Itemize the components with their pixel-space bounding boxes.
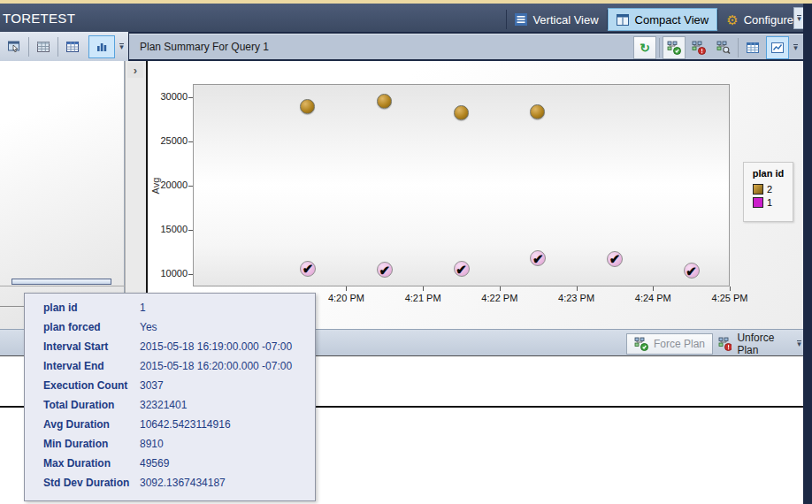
- query-plan-window-button[interactable]: [3, 35, 26, 58]
- horizontal-scrollbar-thumb[interactable]: [11, 279, 111, 285]
- left-toolbar: ▾: [0, 32, 128, 61]
- chart-legend: plan id 21: [743, 162, 793, 222]
- tooltip-value: 8910: [140, 434, 164, 454]
- data-point-plan2[interactable]: [300, 99, 315, 114]
- collapsed-panel-strip: [125, 61, 146, 329]
- panel-header-icons: ↻: [632, 36, 801, 59]
- force-plan-icon-button[interactable]: [663, 36, 686, 59]
- configure-label: Configure: [744, 13, 793, 27]
- compact-view-icon: [617, 13, 630, 27]
- tooltip-value: 32321401: [140, 395, 187, 415]
- toolbar-separator: [659, 38, 660, 57]
- tooltip-row: Std Dev Duration3092.1367434187: [25, 473, 315, 493]
- chart-view-button[interactable]: [766, 36, 789, 59]
- tooltip-label: Max Duration: [43, 454, 111, 473]
- tooltip-row: plan id1: [25, 298, 315, 317]
- query-store-window: { "titlebar": { "title": "TORETEST", "bu…: [0, 0, 812, 504]
- force-plan-icon: [634, 337, 648, 351]
- toolbar-row: ▾ Plan Summary For Query 1 ↻: [0, 32, 812, 61]
- unforce-plan-icon: [718, 337, 732, 351]
- data-point-plan1[interactable]: ✔: [607, 251, 623, 267]
- data-point-plan1[interactable]: ✔: [454, 261, 470, 277]
- vertical-view-icon: [515, 13, 527, 26]
- tooltip-value: 49569: [140, 454, 169, 473]
- unforce-plan-label: Unforce Plan: [737, 332, 796, 356]
- chevron-right-icon: ›: [134, 64, 137, 77]
- vertical-view-button[interactable]: Vertical View: [507, 8, 606, 31]
- tooltip-value: 2015-05-18 16:20:00.000 -07:00: [140, 356, 292, 376]
- window-right-edge: [803, 4, 812, 504]
- tooltip-row: Interval End2015-05-18 16:20:00.000 -07:…: [25, 356, 315, 376]
- legend-item-plan-2: 2: [753, 184, 793, 195]
- tooltip-value: Yes: [140, 317, 157, 337]
- grid-view-button[interactable]: [741, 36, 764, 59]
- tooltip-rows: plan id1plan forcedYesInterval Start2015…: [25, 298, 315, 493]
- pane-divider: [0, 286, 125, 286]
- unforce-plan-button[interactable]: Unforce Plan: [711, 333, 803, 355]
- query-plan-window-icon: [7, 40, 21, 54]
- plan-tooltip: plan id1plan forcedYesInterval Start2015…: [24, 293, 316, 501]
- view-plan-icon: [716, 41, 731, 55]
- panel-header-overflow-button[interactable]: ▾: [790, 37, 801, 58]
- grid-results-icon: [36, 40, 50, 54]
- unforce-plan-icon: [692, 41, 706, 55]
- table-view-button[interactable]: [61, 35, 84, 58]
- legend-item-plan-1: 1: [753, 197, 793, 208]
- data-point-plan1[interactable]: ✔: [300, 261, 316, 277]
- tooltip-label: Interval Start: [43, 337, 108, 356]
- tooltip-value: 1: [140, 298, 146, 317]
- titlebar: TORETEST Vertical View Compact View ⚙ Co…: [0, 4, 812, 32]
- tooltip-label: plan id: [43, 298, 78, 317]
- tooltip-label: Min Duration: [43, 434, 108, 454]
- legend-items: 21: [744, 184, 793, 208]
- tooltip-row: Max Duration49569: [25, 454, 315, 473]
- compact-view-button[interactable]: Compact View: [608, 8, 718, 31]
- tooltip-label: plan forced: [43, 317, 101, 337]
- tooltip-value: 2015-05-18 16:19:00.000 -07:00: [140, 337, 292, 356]
- data-point-plan1[interactable]: ✔: [377, 262, 393, 278]
- tooltip-row: Total Duration32321401: [25, 395, 315, 415]
- tooltip-label: Execution Count: [43, 376, 127, 395]
- toolbar-separator: [57, 37, 58, 57]
- legend-swatch: [753, 184, 763, 195]
- tooltip-row: Min Duration8910: [25, 434, 315, 454]
- legend-swatch: [753, 197, 763, 208]
- window-title: TORETEST: [3, 11, 75, 26]
- configure-button[interactable]: ⚙ Configure: [718, 8, 801, 31]
- tooltip-row: Execution Count3037: [25, 376, 315, 395]
- plan-summary-header: Plan Summary For Query 1 ↻: [129, 34, 803, 59]
- data-point-plan1[interactable]: ✔: [684, 263, 700, 279]
- compact-view-label: Compact View: [635, 13, 709, 27]
- toolbar-separator: [738, 38, 739, 57]
- data-point-plan2[interactable]: [377, 94, 392, 109]
- data-point-plan2[interactable]: [454, 105, 469, 120]
- tooltip-row: Interval Start2015-05-18 16:19:00.000 -0…: [25, 337, 315, 356]
- tooltip-label: Interval End: [43, 356, 104, 376]
- expand-panel-button[interactable]: ›: [127, 63, 143, 78]
- plan-list-pane: [0, 61, 125, 329]
- tooltip-label: Std Dev Duration: [43, 473, 129, 493]
- unforce-plan-icon-button[interactable]: [687, 36, 710, 59]
- view-plan-icon-button[interactable]: [712, 36, 735, 59]
- titlebar-button-group: Vertical View Compact View ⚙ Configure: [506, 8, 801, 31]
- legend-label: 1: [767, 197, 772, 208]
- y-axis-title: Avg: [150, 168, 163, 203]
- force-plan-label: Force Plan: [654, 338, 705, 350]
- tooltip-row: plan forcedYes: [25, 317, 315, 337]
- tooltip-label: Avg Duration: [43, 415, 110, 434]
- legend-title: plan id: [744, 168, 793, 179]
- force-plan-button[interactable]: Force Plan: [626, 333, 713, 355]
- bar-chart-view-icon: [95, 40, 109, 54]
- chart-view-icon: [770, 41, 785, 55]
- grid-results-button[interactable]: [32, 35, 55, 58]
- table-view-icon: [65, 40, 80, 54]
- bar-chart-view-button[interactable]: [88, 35, 115, 58]
- left-toolbar-overflow-button[interactable]: ▾: [116, 36, 127, 57]
- vertical-view-label: Vertical View: [532, 13, 598, 27]
- tooltip-value: 3092.1367434187: [140, 473, 226, 493]
- refresh-button[interactable]: ↻: [633, 36, 656, 59]
- tooltip-row: Avg Duration10642.5423114916: [25, 415, 315, 434]
- grid-view-icon: [746, 41, 760, 55]
- configure-gear-icon: ⚙: [726, 13, 738, 27]
- tooltip-value: 3037: [140, 376, 164, 395]
